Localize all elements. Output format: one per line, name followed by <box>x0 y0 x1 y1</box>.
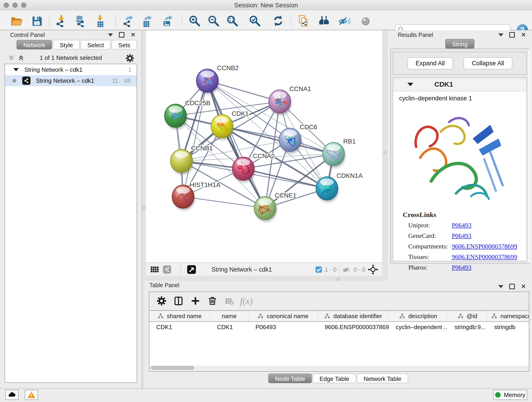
network-node-CDC25B[interactable] <box>165 104 187 129</box>
memory-button[interactable]: Memory <box>493 390 527 400</box>
panel-menu-icon[interactable] <box>498 285 503 288</box>
network-node-CCNB1[interactable] <box>171 149 193 175</box>
show-all-networks-button[interactable] <box>317 14 332 28</box>
network-canvas[interactable]: CCNB2CCNA1CDC25BCDK1CDC6RB1CCNB1CCNA2CDK… <box>146 30 382 262</box>
zoom-selected-button[interactable] <box>247 14 262 28</box>
cytoscape-window: Session: New Session ? Control Panel ✕ N… <box>0 0 532 402</box>
save-session-button[interactable] <box>30 14 44 28</box>
table-row[interactable]: CDK1CDK1P064939606.ENSP00000378699cyclin… <box>149 322 529 332</box>
network-node-CDC6[interactable] <box>279 128 302 153</box>
panel-close-icon[interactable]: ✕ <box>521 284 526 289</box>
grid-view-icon[interactable] <box>150 265 159 274</box>
import-table-from-file-button[interactable] <box>93 14 108 28</box>
import-network-from-database-icon <box>74 15 86 27</box>
function-builder-icon[interactable]: f(x) <box>238 294 255 308</box>
zoom-in-button[interactable] <box>187 14 202 28</box>
table-cell: 9606.ENSP00000378699 <box>318 324 389 331</box>
crosslink-link[interactable]: 9606.ENSP00000378699 <box>452 243 517 250</box>
gene-entry-header[interactable]: CDK1 <box>393 78 526 91</box>
panel-close-icon[interactable]: ✕ <box>521 32 526 37</box>
network-collection-row[interactable]: String Network – cdk1 1 <box>5 64 137 75</box>
cloud-status-button[interactable] <box>5 390 19 400</box>
birdseye-view-icon[interactable] <box>187 265 196 274</box>
column-header-id[interactable]: @id <box>448 311 487 321</box>
entry-collapse-icon[interactable] <box>407 83 413 86</box>
show-hidden-button[interactable] <box>358 14 373 28</box>
results-panel-header-icons: ✕ <box>498 32 526 38</box>
export-network-button[interactable] <box>121 14 136 28</box>
column-header-canonical-name[interactable]: canonical name <box>249 311 318 321</box>
network-node-CDKN1A[interactable] <box>316 177 339 202</box>
export-image-button[interactable] <box>160 14 175 28</box>
tab-sets[interactable]: Sets <box>111 40 137 50</box>
crosslink-link[interactable]: P06493 <box>452 264 472 271</box>
panel-float-icon[interactable] <box>119 32 124 38</box>
right-divider-handle[interactable] <box>383 151 387 154</box>
tab-network-table[interactable]: Network Table <box>357 374 408 383</box>
tab-network[interactable]: Network <box>17 40 52 50</box>
panel-menu-icon[interactable] <box>498 33 503 36</box>
panel-float-icon[interactable] <box>509 32 515 38</box>
table-horizontal-scrollbar[interactable] <box>151 366 194 370</box>
network-node-RB1[interactable] <box>323 142 345 168</box>
network-node-CCNA1[interactable] <box>269 90 291 115</box>
crosslink-link[interactable]: P06493 <box>452 222 472 229</box>
panel-float-icon[interactable] <box>509 284 515 289</box>
warnings-button[interactable] <box>25 390 38 400</box>
hide-selected-button[interactable] <box>337 14 352 28</box>
column-header-description[interactable]: description <box>389 311 448 321</box>
network-node-label-HIST1H1A: HIST1H1A <box>190 181 220 188</box>
collapse-all-icon[interactable] <box>8 54 15 62</box>
crosslink-link[interactable]: P06493 <box>452 232 472 240</box>
column-header-database-identifier[interactable]: database identifier <box>318 311 389 321</box>
network-view-icon[interactable] <box>163 265 171 274</box>
panel-menu-icon[interactable] <box>108 33 113 36</box>
collapse-all-button[interactable]: Collapse All <box>463 57 512 70</box>
network-node-label-CCNB2: CCNB2 <box>217 64 239 71</box>
selected-nodes-indicator[interactable]: 1 - 0 <box>315 265 336 274</box>
network-node-CDK1[interactable] <box>211 115 234 140</box>
network-node-CCNB2[interactable] <box>196 69 219 95</box>
network-node-CCNE1[interactable] <box>254 196 277 222</box>
crosslink-label: Tissues: <box>408 253 452 261</box>
expand-all-icon[interactable] <box>17 54 25 62</box>
network-row[interactable]: String Network – cdk1 11 48 <box>5 75 137 86</box>
add-annotation-button[interactable] <box>297 14 311 28</box>
cloud-icon <box>7 391 16 398</box>
column-header-name[interactable]: name <box>210 311 249 321</box>
left-divider-handle[interactable] <box>142 206 146 210</box>
tab-edge-table[interactable]: Edge Table <box>313 374 356 383</box>
collection-expand-icon[interactable] <box>13 68 19 71</box>
horizontal-divider-handle[interactable] <box>336 277 340 281</box>
show-columns-icon[interactable] <box>170 294 187 308</box>
export-table-button[interactable] <box>140 14 154 28</box>
fit-selected-icon[interactable] <box>368 265 378 274</box>
import-network-from-database-button[interactable] <box>73 14 87 28</box>
network-node-CCNA2[interactable] <box>232 157 255 182</box>
crosslink-link[interactable]: 9606.ENSP00000378699 <box>452 253 517 261</box>
delete-column-icon[interactable] <box>204 294 221 308</box>
import-network-from-file-button[interactable] <box>53 14 68 28</box>
tab-string[interactable]: String <box>445 39 475 49</box>
tab-node-table[interactable]: Node Table <box>268 374 312 383</box>
column-header-shared-name[interactable]: shared name <box>149 311 210 321</box>
refresh-view-button[interactable] <box>271 14 285 28</box>
add-column-icon[interactable] <box>187 294 204 308</box>
hidden-elements-indicator[interactable]: 0 - 0 <box>342 265 365 274</box>
network-options-gear-icon[interactable] <box>125 53 135 64</box>
tab-style[interactable]: Style <box>53 40 80 50</box>
expand-all-button[interactable]: Expand All <box>407 57 453 70</box>
table-cell: stringdb:9... <box>448 324 487 331</box>
node-gloss-highlight <box>327 144 341 151</box>
node-gloss-highlight <box>175 151 188 158</box>
tab-select[interactable]: Select <box>80 40 111 50</box>
panel-close-icon[interactable]: ✕ <box>130 32 136 37</box>
delete-table-icon[interactable] <box>221 294 238 308</box>
table-settings-gear-icon[interactable] <box>153 294 170 308</box>
column-header-namespace[interactable]: namespace <box>487 311 529 321</box>
open-session-button[interactable] <box>9 14 24 28</box>
zoom-out-button[interactable] <box>206 14 221 28</box>
results-scrollbar[interactable] <box>528 50 531 263</box>
zoom-fit-content-button[interactable] <box>225 14 240 28</box>
network-node-HIST1H1A[interactable] <box>172 185 195 211</box>
